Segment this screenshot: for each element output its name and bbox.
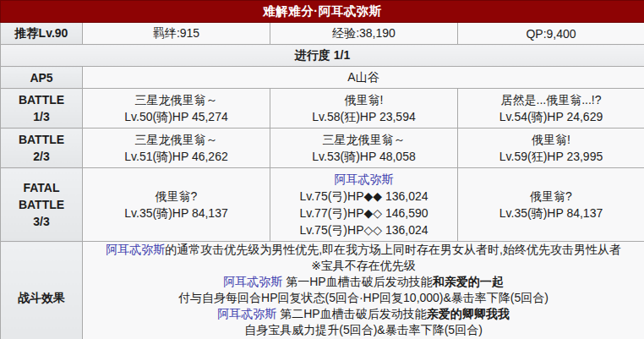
bond-value: 羁绊:915: [83, 23, 270, 45]
enemy-stats: Lv.35(骑)HP 84,137: [85, 205, 268, 221]
boss-cell: 阿耳忒弥斯 Lv.75(弓)HP◆◆ 136,024 Lv.77(弓)HP◆◇ …: [270, 168, 458, 242]
enemy-stats: Lv.58(狂)HP 23,594: [272, 108, 456, 125]
enemy-stats: Lv.35(骑)HP 84,137: [460, 205, 642, 221]
effect-line-2: ※宝具不存在优先级: [83, 258, 644, 274]
enemy-stats: Lv.53(骑)HP 48,058: [272, 148, 456, 165]
effects-label: 战斗效果: [1, 242, 83, 339]
effect-line-5: 阿耳忒弥斯 第二HP血槽击破后发动技能亲爱的卿卿我我: [83, 306, 644, 322]
effect-line-4: 付与自身每回合HP回复状态(5回合·HP回复10,000)&暴击率下降(5回合): [83, 290, 644, 306]
battle-label-2: BATTLE 2/3: [1, 128, 83, 168]
battle-word: BATTLE: [1, 131, 82, 148]
servant-link-artemis[interactable]: 阿耳忒弥斯: [217, 307, 276, 320]
enemy-cell: 三星龙俄里翁～ Lv.51(骑)HP 46,262: [83, 128, 270, 168]
recommended-level: 推荐Lv.90: [1, 23, 83, 45]
ap-cost: AP5: [1, 67, 83, 89]
effect-line-6: 自身宝具威力提升(5回合)&暴击率下降(5回合): [83, 322, 644, 338]
battle-row-3: FATAL BATTLE 3/3 俄里翁? Lv.35(骑)HP 84,137 …: [1, 168, 644, 242]
quest-table: 难解难分·阿耳忒弥斯 推荐Lv.90 羁绊:915 经验:38,190 QP:9…: [0, 0, 644, 339]
enemy-cell: 俄里翁? Lv.35(骑)HP 84,137: [458, 168, 644, 242]
enemy-name: 居然是...俄里翁...!?: [460, 91, 642, 108]
qp-value: QP:9,400: [458, 23, 644, 45]
battle-round: 1/3: [1, 108, 82, 125]
quest-location: A山谷: [83, 67, 644, 89]
battle-round: 2/3: [1, 148, 82, 165]
enemy-name: 俄里翁?: [460, 188, 642, 205]
enemy-cell: 三星龙俄里翁～ Lv.50(骑)HP 45,274: [83, 89, 270, 128]
effect-text: 第一HP血槽击破后发动技能: [282, 275, 432, 288]
effect-line-3: 阿耳忒弥斯 第一HP血槽击破后发动技能和亲爱的一起: [83, 274, 644, 290]
enemy-stats: Lv.59(狂)HP 23,995: [460, 148, 642, 165]
enemy-name: 三星龙俄里翁～: [272, 131, 456, 148]
boss-hp-bar-2: Lv.77(弓)HP◆◇ 146,590: [272, 205, 456, 221]
boss-hp-bar-1: Lv.75(弓)HP◆◆ 136,024: [272, 188, 456, 205]
enemy-cell: 俄里翁! Lv.59(狂)HP 23,995: [458, 128, 644, 168]
enemy-name: 俄里翁?: [85, 188, 268, 205]
progress-label: 进行度 1/1: [1, 45, 644, 67]
quest-title: 难解难分·阿耳忒弥斯: [1, 1, 644, 23]
servant-link-artemis[interactable]: 阿耳忒弥斯: [335, 172, 394, 186]
exp-value: 经验:38,190: [270, 23, 458, 45]
servant-link-artemis[interactable]: 阿耳忒弥斯: [223, 275, 282, 288]
enemy-stats: Lv.51(骑)HP 46,262: [85, 148, 268, 165]
skill-name: 和亲爱的一起: [433, 275, 504, 288]
enemy-stats: Lv.50(骑)HP 45,274: [85, 108, 268, 125]
servant-link-artemis[interactable]: 阿耳忒弥斯: [106, 243, 165, 256]
battle-row-2: BATTLE 2/3 三星龙俄里翁～ Lv.51(骑)HP 46,262 三星龙…: [1, 128, 644, 168]
quest-title-row: 难解难分·阿耳忒弥斯: [1, 1, 644, 23]
effect-text: 的通常攻击优先级为男性优先,即在我方场上同时存在男女从者时,始终优先攻击男性从者: [165, 243, 621, 256]
battle-label-3: FATAL BATTLE 3/3: [1, 168, 83, 242]
battle-row-1: BATTLE 1/3 三星龙俄里翁～ Lv.50(骑)HP 45,274 俄里翁…: [1, 89, 644, 128]
enemy-cell: 三星龙俄里翁～ Lv.53(骑)HP 48,058: [270, 128, 458, 168]
progress-row: 进行度 1/1: [1, 45, 644, 67]
battle-word: BATTLE: [1, 91, 82, 108]
ap-row: AP5 A山谷: [1, 67, 644, 89]
battle-round: 3/3: [1, 213, 82, 230]
effect-line-1: 阿耳忒弥斯的通常攻击优先级为男性优先,即在我方场上同时存在男女从者时,始终优先攻…: [83, 242, 644, 258]
enemy-cell: 居然是...俄里翁...!? Lv.54(骑)HP 24,629: [458, 89, 644, 128]
enemy-cell: 俄里翁! Lv.58(狂)HP 23,594: [270, 89, 458, 128]
boss-hp-bar-3: Lv.75(弓)HP◇◇ 136,024: [272, 221, 456, 238]
enemy-name: 三星龙俄里翁～: [85, 131, 268, 148]
effect-text: 第二HP血槽击破后发动技能: [276, 307, 426, 320]
enemy-name: 俄里翁!: [272, 91, 456, 108]
battle-word: FATAL BATTLE: [1, 179, 82, 213]
effects-row: 战斗效果 阿耳忒弥斯的通常攻击优先级为男性优先,即在我方场上同时存在男女从者时,…: [1, 242, 644, 339]
summary-row: 推荐Lv.90 羁绊:915 经验:38,190 QP:9,400: [1, 23, 644, 45]
enemy-name: 三星龙俄里翁～: [85, 91, 268, 108]
enemy-cell: 俄里翁? Lv.35(骑)HP 84,137: [83, 168, 270, 242]
enemy-name: 俄里翁!: [460, 131, 642, 148]
battle-label-1: BATTLE 1/3: [1, 89, 83, 128]
effects-content: 阿耳忒弥斯的通常攻击优先级为男性优先,即在我方场上同时存在男女从者时,始终优先攻…: [83, 242, 644, 339]
skill-name: 亲爱的卿卿我我: [427, 307, 510, 320]
enemy-stats: Lv.54(骑)HP 24,629: [460, 108, 642, 125]
